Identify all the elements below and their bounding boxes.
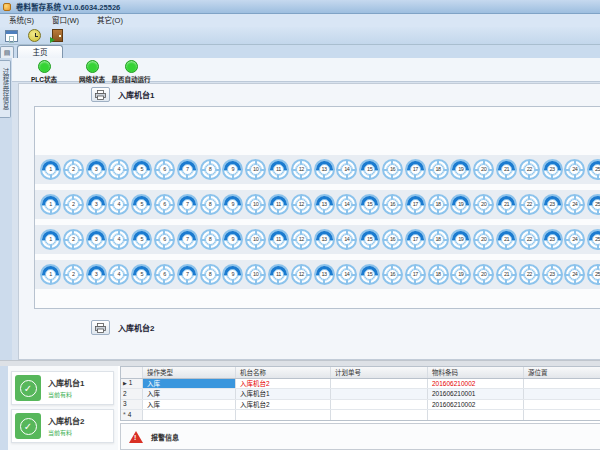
reel-slot[interactable]: 3 bbox=[86, 229, 107, 250]
reel-slot[interactable]: 19 bbox=[450, 159, 471, 180]
reel-slot[interactable]: 25 bbox=[587, 264, 600, 285]
reel-slot[interactable]: 14 bbox=[336, 229, 357, 250]
reel-slot[interactable]: 8 bbox=[200, 159, 221, 180]
reel-slot[interactable]: 23 bbox=[542, 159, 563, 180]
reel-slot[interactable]: 15 bbox=[359, 194, 380, 215]
reel-slot[interactable]: 5 bbox=[131, 159, 152, 180]
reel-slot[interactable]: 8 bbox=[200, 194, 221, 215]
reel-slot[interactable]: 7 bbox=[177, 264, 198, 285]
reel-slot[interactable]: 16 bbox=[382, 194, 403, 215]
reel-slot[interactable]: 8 bbox=[200, 229, 221, 250]
menu-other[interactable]: 其它(O) bbox=[88, 14, 132, 27]
reel-slot[interactable]: 20 bbox=[473, 159, 494, 180]
reel-slot[interactable]: 7 bbox=[177, 159, 198, 180]
reel-slot[interactable]: 11 bbox=[268, 229, 289, 250]
reel-slot[interactable]: 14 bbox=[336, 159, 357, 180]
reel-slot[interactable]: 6 bbox=[154, 229, 175, 250]
reel-slot[interactable]: 10 bbox=[245, 229, 266, 250]
reel-slot[interactable]: 7 bbox=[177, 229, 198, 250]
reel-slot[interactable]: 23 bbox=[542, 264, 563, 285]
reel-slot[interactable]: 18 bbox=[428, 229, 449, 250]
reel-slot[interactable]: 4 bbox=[108, 159, 129, 180]
reel-slot[interactable]: 10 bbox=[245, 194, 266, 215]
reel-slot[interactable]: 18 bbox=[428, 194, 449, 215]
reel-slot[interactable]: 11 bbox=[268, 264, 289, 285]
reel-slot[interactable]: 8 bbox=[200, 264, 221, 285]
reel-slot[interactable]: 21 bbox=[496, 264, 517, 285]
reel-slot[interactable]: 20 bbox=[473, 229, 494, 250]
reel-slot[interactable]: 13 bbox=[314, 194, 335, 215]
reel-slot[interactable]: 12 bbox=[291, 264, 312, 285]
reel-slot[interactable]: 21 bbox=[496, 159, 517, 180]
reel-slot[interactable]: 2 bbox=[63, 159, 84, 180]
print-button-station2[interactable] bbox=[91, 320, 110, 335]
menu-window[interactable]: 窗口(W) bbox=[43, 14, 88, 27]
reel-slot[interactable]: 2 bbox=[63, 229, 84, 250]
reel-slot[interactable]: 25 bbox=[587, 194, 600, 215]
reel-slot[interactable]: 10 bbox=[245, 264, 266, 285]
reel-slot[interactable]: 22 bbox=[519, 194, 540, 215]
reel-slot[interactable]: 5 bbox=[131, 194, 152, 215]
reel-slot[interactable]: 5 bbox=[131, 229, 152, 250]
reel-slot[interactable]: 9 bbox=[222, 194, 243, 215]
reel-slot[interactable]: 3 bbox=[86, 194, 107, 215]
tab-home[interactable]: 主页 bbox=[17, 45, 63, 58]
reel-slot[interactable]: 18 bbox=[428, 159, 449, 180]
table-row[interactable]: ▶1入库入库机台2201606210002 bbox=[121, 379, 600, 390]
reel-slot[interactable]: 16 bbox=[382, 159, 403, 180]
reel-slot[interactable]: 12 bbox=[291, 194, 312, 215]
reel-slot[interactable]: 19 bbox=[450, 229, 471, 250]
reel-slot[interactable]: 14 bbox=[336, 194, 357, 215]
table-row[interactable]: 3入库入库机台2201606210002 bbox=[121, 400, 600, 411]
panel-stub-tab[interactable]: ▤ bbox=[0, 46, 14, 58]
reel-slot[interactable]: 18 bbox=[428, 264, 449, 285]
reel-slot[interactable]: 9 bbox=[222, 159, 243, 180]
reel-slot[interactable]: 4 bbox=[108, 264, 129, 285]
reel-slot[interactable]: 24 bbox=[564, 194, 585, 215]
reel-slot[interactable]: 6 bbox=[154, 159, 175, 180]
reel-slot[interactable]: 25 bbox=[587, 159, 600, 180]
reel-slot[interactable]: 2 bbox=[63, 194, 84, 215]
reel-slot[interactable]: 1 bbox=[40, 159, 61, 180]
reel-slot[interactable]: 15 bbox=[359, 229, 380, 250]
reel-slot[interactable]: 21 bbox=[496, 194, 517, 215]
reel-slot[interactable]: 24 bbox=[564, 264, 585, 285]
reel-slot[interactable]: 11 bbox=[268, 194, 289, 215]
reel-slot[interactable]: 22 bbox=[519, 264, 540, 285]
reel-slot[interactable]: 14 bbox=[336, 264, 357, 285]
reel-slot[interactable]: 16 bbox=[382, 264, 403, 285]
reel-slot[interactable]: 15 bbox=[359, 264, 380, 285]
table-new-row[interactable]: *4 bbox=[121, 410, 600, 421]
reel-slot[interactable]: 25 bbox=[587, 229, 600, 250]
reel-slot[interactable]: 10 bbox=[245, 159, 266, 180]
reel-slot[interactable]: 13 bbox=[314, 264, 335, 285]
reel-slot[interactable]: 19 bbox=[450, 194, 471, 215]
reel-slot[interactable]: 15 bbox=[359, 159, 380, 180]
reel-slot[interactable]: 17 bbox=[405, 264, 426, 285]
reel-slot[interactable]: 13 bbox=[314, 229, 335, 250]
reel-slot[interactable]: 1 bbox=[40, 264, 61, 285]
reel-slot[interactable]: 3 bbox=[86, 264, 107, 285]
reel-slot[interactable]: 12 bbox=[291, 229, 312, 250]
reel-slot[interactable]: 22 bbox=[519, 159, 540, 180]
reel-slot[interactable]: 3 bbox=[86, 159, 107, 180]
reel-slot[interactable]: 1 bbox=[40, 229, 61, 250]
reel-slot[interactable]: 19 bbox=[450, 264, 471, 285]
reel-slot[interactable]: 5 bbox=[131, 264, 152, 285]
reel-slot[interactable]: 24 bbox=[564, 159, 585, 180]
reel-slot[interactable]: 9 bbox=[222, 229, 243, 250]
reel-slot[interactable]: 2 bbox=[63, 264, 84, 285]
reel-slot[interactable]: 12 bbox=[291, 159, 312, 180]
reel-slot[interactable]: 22 bbox=[519, 229, 540, 250]
reel-slot[interactable]: 13 bbox=[314, 159, 335, 180]
reel-slot[interactable]: 4 bbox=[108, 229, 129, 250]
reel-slot[interactable]: 17 bbox=[405, 229, 426, 250]
reel-slot[interactable]: 4 bbox=[108, 194, 129, 215]
table-row[interactable]: 2入库入库机台1201606210001 bbox=[121, 389, 600, 400]
exit-button[interactable] bbox=[49, 28, 66, 44]
reel-slot[interactable]: 23 bbox=[542, 229, 563, 250]
reel-slot[interactable]: 1 bbox=[40, 194, 61, 215]
collapsed-side-tab[interactable]: 过程监控信息 bbox=[0, 60, 11, 118]
reel-slot[interactable]: 7 bbox=[177, 194, 198, 215]
reel-slot[interactable]: 16 bbox=[382, 229, 403, 250]
